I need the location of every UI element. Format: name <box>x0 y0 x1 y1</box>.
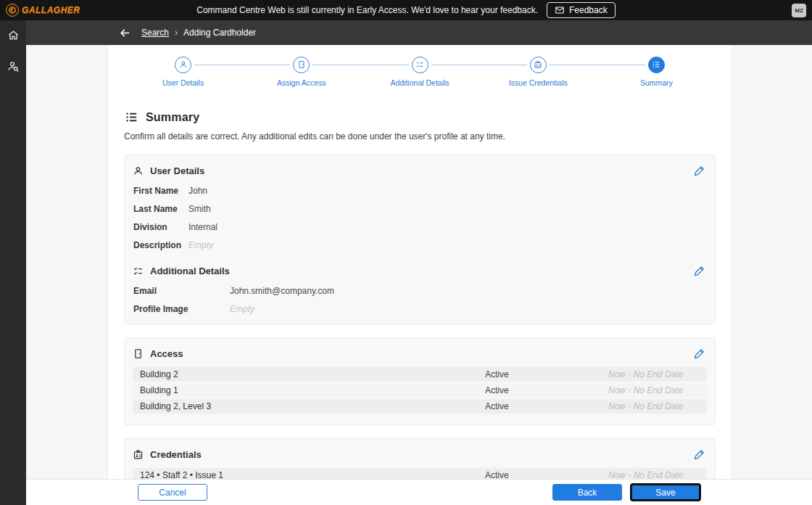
credential-period: Now - No End Date <box>608 470 700 479</box>
credential-row: 124 • Staff 2 • Issue 1 Active Now - No … <box>133 468 707 479</box>
edit-additional-details-button[interactable] <box>694 265 705 276</box>
step-connector <box>124 65 172 65</box>
gallagher-logo: GALLAGHER <box>6 4 80 17</box>
access-status: Active <box>485 369 608 379</box>
breadcrumb-separator: › <box>175 28 178 38</box>
step-user-details[interactable]: User Details <box>124 55 242 87</box>
access-period: Now - No End Date <box>608 369 700 379</box>
step-connector <box>550 65 597 65</box>
sidebar <box>0 20 26 505</box>
field-email: Email John.smith@company.com <box>133 286 707 296</box>
access-row: Building 2 Active Now - No End Date <box>133 367 707 382</box>
save-button[interactable]: Save <box>631 484 700 501</box>
step-connector <box>597 65 645 65</box>
field-value: John <box>188 186 707 196</box>
step-issue-credentials[interactable]: Issue Credentials <box>479 55 597 87</box>
field-first-name: First Name John <box>133 186 707 196</box>
access-group-name: Building 2 <box>140 369 485 379</box>
pencil-icon <box>694 448 705 460</box>
envelope-icon <box>555 5 565 15</box>
access-group-name: Building 2, Level 3 <box>140 401 485 411</box>
field-label: Email <box>133 286 230 296</box>
access-row: Building 2, Level 3 Active Now - No End … <box>133 399 707 414</box>
wizard-stepper: User Details Assign Access <box>124 55 716 87</box>
step-label: Assign Access <box>277 78 326 87</box>
feedback-button[interactable]: Feedback <box>547 2 616 18</box>
credential-status: Active <box>485 470 608 479</box>
field-label: Description <box>133 240 188 250</box>
cancel-button[interactable]: Cancel <box>138 484 207 501</box>
feedback-button-label: Feedback <box>569 5 608 15</box>
breadcrumb-search-link[interactable]: Search <box>141 28 169 38</box>
early-access-message: Command Centre Web is still currently in… <box>196 5 538 15</box>
checklist-icon <box>415 60 424 69</box>
back-arrow-icon[interactable] <box>119 27 131 39</box>
access-row: Building 1 Active Now - No End Date <box>133 383 707 398</box>
step-assign-access[interactable]: Assign Access <box>242 55 360 87</box>
step-connector <box>312 65 360 65</box>
person-icon <box>179 60 188 69</box>
home-icon[interactable] <box>7 29 20 41</box>
step-connector <box>242 65 290 65</box>
step-connector <box>431 65 479 65</box>
id-badge-icon <box>133 449 144 460</box>
step-circle <box>412 57 428 73</box>
wizard-sheet: User Details Assign Access <box>107 45 732 479</box>
action-bar: Cancel Back Save <box>26 479 812 505</box>
pencil-icon <box>694 348 705 359</box>
step-connector <box>360 65 408 65</box>
pencil-icon <box>694 165 705 176</box>
step-connector <box>479 65 527 65</box>
edit-user-details-button[interactable] <box>694 165 705 176</box>
field-value: Smith <box>188 204 707 214</box>
step-label: User Details <box>162 78 204 87</box>
breadcrumb-current: Adding Cardholder <box>183 28 256 38</box>
credentials-card: Credentials 124 • Staff 2 • Issue 1 Acti… <box>124 438 716 479</box>
gallagher-logo-text: GALLAGHER <box>22 5 80 15</box>
step-circle <box>530 57 547 73</box>
field-value: Internal <box>188 222 707 232</box>
section-title-credentials: Credentials <box>150 449 687 460</box>
field-label: Profile Image <box>133 304 230 314</box>
step-label: Summary <box>640 78 673 87</box>
step-circle <box>648 57 665 73</box>
step-label: Additional Details <box>390 78 449 87</box>
cardholder-search-icon[interactable] <box>7 60 20 73</box>
field-last-name: Last Name Smith <box>133 204 707 214</box>
user-initials-badge[interactable]: MZ <box>792 4 806 17</box>
breadcrumb: Search › Adding Cardholder <box>141 28 256 38</box>
user-details-card: User Details First Name John Last Name S… <box>124 155 716 324</box>
access-group-name: Building 1 <box>140 385 485 395</box>
list-icon <box>652 60 660 69</box>
edit-credentials-button[interactable] <box>694 448 705 460</box>
field-value-empty: Empty <box>230 304 707 314</box>
field-value-empty: Empty <box>188 240 707 250</box>
access-status: Active <box>485 385 608 395</box>
page-title: Summary <box>146 111 199 124</box>
id-badge-icon <box>534 60 542 69</box>
early-access-banner: Command Centre Web is still currently in… <box>0 2 812 18</box>
checklist-icon <box>133 266 144 276</box>
top-bar: GALLAGHER Command Centre Web is still cu… <box>0 0 812 20</box>
field-label: Division <box>133 222 188 232</box>
page-subtitle: Confirm all details are correct. Any add… <box>124 131 716 141</box>
access-period: Now - No End Date <box>608 401 700 411</box>
door-icon <box>297 60 306 69</box>
step-label: Issue Credentials <box>509 78 568 87</box>
step-summary[interactable]: Summary <box>597 55 716 87</box>
field-description: Description Empty <box>133 240 707 250</box>
field-label: Last Name <box>133 204 188 214</box>
pencil-icon <box>694 265 705 276</box>
step-circle <box>293 57 310 73</box>
step-circle <box>175 57 191 73</box>
step-additional-details[interactable]: Additional Details <box>360 55 478 87</box>
step-connector <box>194 65 242 65</box>
summary-list-icon <box>125 110 138 124</box>
section-title-additional-details: Additional Details <box>150 266 687 276</box>
step-connector <box>668 65 716 65</box>
access-status: Active <box>485 401 608 411</box>
content-area: User Details Assign Access <box>26 45 812 479</box>
edit-access-button[interactable] <box>694 348 705 359</box>
door-icon <box>133 348 144 359</box>
back-button[interactable]: Back <box>552 484 622 501</box>
